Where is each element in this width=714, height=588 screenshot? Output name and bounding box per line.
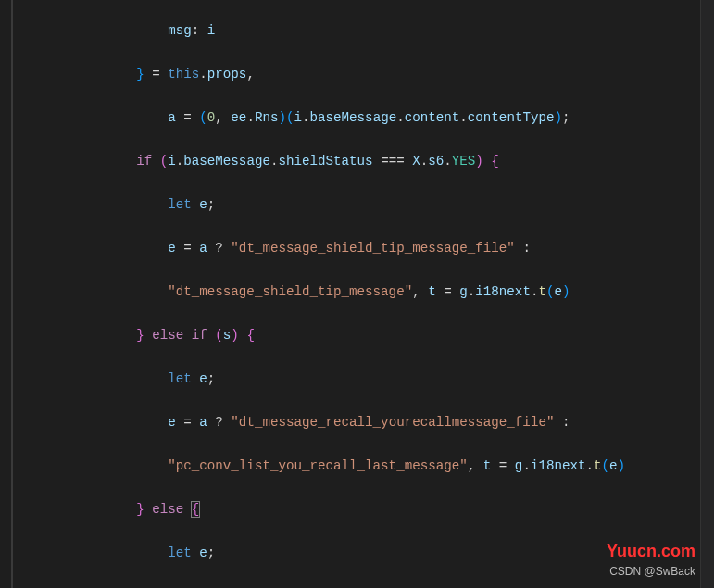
code-line[interactable]: a = (0, ee.Rns)(i.baseMessage.content.co… xyxy=(42,107,625,130)
code-line[interactable]: let e; xyxy=(42,194,625,217)
code-line[interactable]: "pc_conv_list_you_recall_last_message", … xyxy=(42,456,625,478)
code-editor-content[interactable]: msg: i } = this.props, a = (0, ee.Rns)(i… xyxy=(42,0,625,588)
code-line[interactable]: msg: i xyxy=(42,20,625,43)
variable: i xyxy=(207,23,216,38)
watermark-site: Yuucn.com xyxy=(607,541,695,563)
property: msg xyxy=(168,23,192,38)
code-line[interactable]: if (i.baseMessage.shieldStatus === X.s6.… xyxy=(42,151,625,173)
code-line[interactable]: let e; xyxy=(42,369,625,391)
code-line[interactable]: } else { xyxy=(42,499,625,521)
gutter-marker xyxy=(11,0,13,588)
code-line[interactable]: e = a ? "dt_message_shield_tip_message_f… xyxy=(42,238,625,260)
code-line[interactable]: e = a ? "dt_message_recall_yourecallmess… xyxy=(42,412,625,434)
keyword-this: this xyxy=(168,67,199,81)
vertical-scrollbar[interactable] xyxy=(701,0,714,588)
code-line[interactable]: } else if (s) { xyxy=(42,325,625,347)
code-line[interactable]: let e; xyxy=(42,543,625,565)
line-gutter xyxy=(0,0,39,588)
bracket-match: { xyxy=(192,502,200,517)
watermark-credit: CSDN @SwBack xyxy=(609,561,695,583)
code-line[interactable]: "dt_message_shield_tip_message", t = g.i… xyxy=(42,281,625,304)
code-line[interactable]: } = this.props, xyxy=(42,64,625,86)
